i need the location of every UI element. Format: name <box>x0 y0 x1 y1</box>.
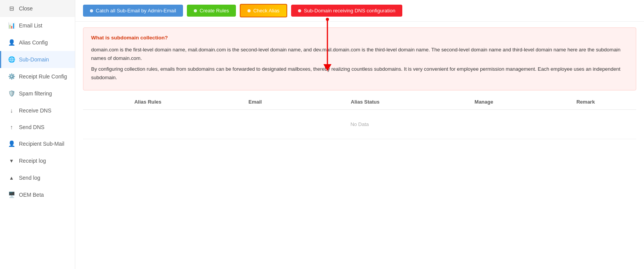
sidebar-icon-recipient-sub-mail: 👤 <box>8 140 15 147</box>
sidebar-label-recipient-sub-mail: Recipient Sub-Mail <box>19 141 64 147</box>
catch-all-label: Catch all Sub-Email by Admin-Email <box>96 8 176 14</box>
alias-table: Alias RulesEmailAlias StatusManageRemark… <box>83 94 636 139</box>
subdomain-dns-dot <box>298 9 301 12</box>
sidebar-item-send-log[interactable]: ▴ Send log <box>0 169 75 186</box>
info-box: What is subdomain collection? domain.com… <box>83 27 636 90</box>
table-col-1: Email <box>213 94 298 110</box>
no-data-cell: No Data <box>83 110 636 139</box>
table-col-4: Remark <box>535 94 636 110</box>
sidebar-label-email-list: Email List <box>19 22 42 29</box>
sidebar-label-receipt-log: Receipt log <box>19 158 46 164</box>
sidebar-item-receipt-rule-config[interactable]: ⚙️ Receipt Rule Config <box>0 68 75 85</box>
subdomain-dns-label: Sub-Domain receiving DNS configuration <box>304 8 395 14</box>
sidebar-icon-send-dns: ↑ <box>8 124 15 130</box>
sidebar-label-sub-domain: Sub-Domain <box>19 56 49 63</box>
sidebar-icon-receive-dns: ↓ <box>8 107 15 114</box>
sidebar-label-receipt-rule-config: Receipt Rule Config <box>19 73 67 80</box>
check-alias-dot <box>247 9 251 12</box>
sidebar-icon-email-list: 📊 <box>8 22 15 29</box>
sidebar-item-email-list[interactable]: 📊 Email List <box>0 17 75 34</box>
create-rules-label: Create Rules <box>200 8 229 14</box>
info-title: What is subdomain collection? <box>91 34 628 43</box>
table-body: No Data <box>83 110 636 139</box>
sidebar-label-alias-config: Alias Config <box>19 39 48 46</box>
sidebar-icon-send-log: ▴ <box>8 174 15 181</box>
create-rules-dot <box>194 9 197 12</box>
toolbar-wrapper: Catch all Sub-Email by Admin-Email Creat… <box>75 0 644 22</box>
sidebar-icon-spam-filtering: 🛡️ <box>8 90 15 97</box>
sidebar-icon-oem: 🖥️ <box>8 191 15 198</box>
sidebar-item-oem[interactable]: 🖥️ OEM Beta <box>0 186 75 203</box>
main-content: Catch all Sub-Email by Admin-Email Creat… <box>75 0 644 269</box>
table-area: Alias RulesEmailAlias StatusManageRemark… <box>83 94 636 269</box>
check-alias-label: Check Alias <box>253 8 280 14</box>
sidebar-icon-close: ⊟ <box>8 5 15 12</box>
sidebar-item-alias-config[interactable]: 👤 Alias Config <box>0 34 75 51</box>
sidebar-item-receipt-log[interactable]: ▾ Receipt log <box>0 152 75 169</box>
create-rules-button[interactable]: Create Rules <box>187 5 236 17</box>
sidebar-label-receive-dns: Receive DNS <box>19 107 51 114</box>
sidebar-label-close: Close <box>19 5 33 12</box>
sidebar-icon-sub-domain: 🌐 <box>8 56 15 63</box>
subdomain-dns-button[interactable]: Sub-Domain receiving DNS configuration <box>291 5 402 17</box>
sidebar-item-recipient-sub-mail[interactable]: 👤 Recipient Sub-Mail <box>0 135 75 152</box>
sidebar-label-oem: OEM Beta <box>19 192 44 198</box>
sidebar: ⊟ Close 📊 Email List 👤 Alias Config 🌐 Su… <box>0 0 75 269</box>
toolbar: Catch all Sub-Email by Admin-Email Creat… <box>75 0 644 22</box>
table-header-row: Alias RulesEmailAlias StatusManageRemark <box>83 94 636 110</box>
sidebar-label-spam-filtering: Spam filtering <box>19 90 52 97</box>
sidebar-label-send-log: Send log <box>19 175 40 181</box>
check-alias-button[interactable]: Check Alias <box>240 4 287 17</box>
sidebar-item-receive-dns[interactable]: ↓ Receive DNS <box>0 102 75 119</box>
no-data-row: No Data <box>83 110 636 139</box>
sidebar-item-send-dns[interactable]: ↑ Send DNS <box>0 119 75 135</box>
table-col-2: Alias Status <box>298 94 433 110</box>
sidebar-item-close[interactable]: ⊟ Close <box>0 0 75 17</box>
sidebar-icon-alias-config: 👤 <box>8 39 15 46</box>
info-paragraph-2: By configuring collection rules, emails … <box>91 65 628 82</box>
sidebar-label-send-dns: Send DNS <box>19 124 44 130</box>
info-paragraph-1: domain.com is the first-level domain nam… <box>91 46 628 63</box>
table-col-3: Manage <box>433 94 535 110</box>
table-header: Alias RulesEmailAlias StatusManageRemark <box>83 94 636 110</box>
catch-all-dot <box>90 9 93 12</box>
sidebar-icon-receipt-log: ▾ <box>8 157 15 164</box>
sidebar-item-sub-domain[interactable]: 🌐 Sub-Domain <box>0 51 75 68</box>
table-col-0: Alias Rules <box>83 94 213 110</box>
sidebar-item-spam-filtering[interactable]: 🛡️ Spam filtering <box>0 85 75 102</box>
sidebar-icon-receipt-rule-config: ⚙️ <box>8 73 15 80</box>
catch-all-button[interactable]: Catch all Sub-Email by Admin-Email <box>83 5 183 17</box>
